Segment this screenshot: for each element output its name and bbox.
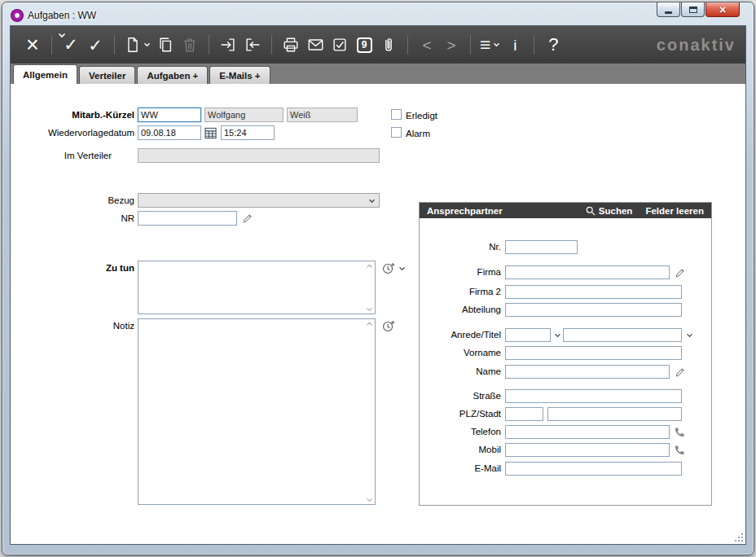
ap-anrede-dropdown-button[interactable] [552, 331, 562, 340]
minimize-button[interactable] [657, 2, 680, 17]
clock-plus-icon [382, 261, 396, 275]
ap-plz-input[interactable] [505, 407, 543, 421]
ap-anrede-input[interactable] [505, 328, 551, 342]
pencil-icon [242, 213, 253, 224]
print-button[interactable] [281, 31, 301, 59]
save-button[interactable]: ✓ [86, 31, 105, 59]
ap-firma2-label: Firma 2 [420, 285, 501, 299]
ap-titel-input[interactable] [563, 328, 682, 342]
tab-allgemein[interactable]: Allgemein [13, 64, 77, 84]
tasks-button[interactable] [330, 31, 349, 59]
duplicate-button[interactable] [156, 31, 175, 59]
ap-mobil-dial-button[interactable] [673, 444, 686, 457]
import-icon [219, 36, 237, 54]
scroll-up-icon[interactable] [366, 264, 373, 269]
zu-tun-options-button[interactable] [397, 265, 407, 273]
app-icon [11, 10, 23, 21]
im-verteiler-label: Im Verteiler [11, 148, 112, 163]
chevron-down-icon [58, 33, 66, 38]
zu-tun-textarea[interactable] [138, 261, 376, 314]
calendar-button[interactable]: 9 [354, 31, 374, 59]
attachment-button[interactable] [379, 31, 398, 59]
erledigt-checkbox[interactable] [391, 109, 402, 120]
calendar-picker-button[interactable] [204, 126, 218, 140]
help-button[interactable]: ? [543, 31, 563, 59]
tab-aufgaben[interactable]: Aufgaben + [137, 66, 208, 84]
new-record-button[interactable] [124, 31, 151, 59]
hamburger-icon: ≡ [480, 36, 490, 55]
toolbar-separator [209, 35, 209, 55]
previous-record-button[interactable]: < [417, 31, 437, 59]
ap-titel-dropdown-button[interactable] [684, 331, 694, 340]
copy-icon [156, 36, 174, 54]
ap-firma-input[interactable] [505, 265, 670, 279]
nine-box-icon: 9 [357, 37, 372, 53]
titlebar[interactable]: Aufgaben : WW × [10, 2, 746, 25]
wiedervorlagedatum-label: Wiedervorlagedatum [11, 125, 134, 140]
info-button[interactable]: i [505, 31, 525, 59]
next-record-button[interactable]: > [442, 31, 461, 59]
pencil-icon [675, 366, 686, 378]
delete-button[interactable] [180, 31, 200, 59]
ap-nr-input[interactable] [505, 240, 578, 254]
tab-verteiler[interactable]: Verteiler [79, 66, 135, 84]
conaktiv-logo: conaktiv [657, 36, 736, 55]
calendar-grid-icon [204, 127, 217, 139]
ap-mobil-label: Mobil [420, 443, 501, 457]
ap-mobil-input[interactable] [505, 443, 670, 457]
mitarb-kuerzel-input[interactable] [138, 107, 201, 122]
ap-stadt-input[interactable] [547, 407, 682, 421]
ap-firma2-input[interactable] [505, 285, 682, 299]
import-button[interactable] [218, 31, 238, 59]
menu-button[interactable]: ≡ [480, 31, 500, 59]
window-title: Aufgaben : WW [28, 10, 96, 21]
ap-name-input[interactable] [505, 365, 670, 379]
ap-nr-label: Nr. [420, 240, 501, 254]
scroll-down-icon[interactable] [366, 498, 373, 502]
ap-abteilung-input[interactable] [505, 303, 682, 317]
chevron-down-icon [368, 199, 376, 204]
export-button[interactable] [243, 31, 262, 59]
nr-input[interactable] [138, 211, 237, 226]
trash-icon [181, 36, 199, 54]
ap-anrede-titel-label: Anrede/Titel [420, 328, 501, 342]
envelope-icon [306, 36, 325, 54]
ap-strasse-input[interactable] [505, 389, 682, 403]
nr-edit-button[interactable] [241, 212, 254, 225]
felder-leeren-button[interactable]: Felder leeren [645, 206, 704, 216]
mitarb-kuerzel-label: Mitarb.-Kürzel [11, 107, 134, 122]
tab-emails[interactable]: E-Mails + [209, 66, 270, 84]
export-icon [244, 36, 262, 54]
ap-email-input[interactable] [505, 462, 682, 476]
notiz-textarea[interactable] [138, 318, 376, 505]
ap-vorname-input[interactable] [505, 346, 682, 360]
notiz-timestamp-button[interactable] [381, 318, 396, 333]
window-controls: × [656, 2, 740, 17]
suchen-button[interactable]: Suchen [586, 206, 633, 216]
toolbar: × ✓ ✓ [11, 26, 745, 64]
ap-firma-edit-button[interactable] [674, 266, 687, 279]
help-icon: ? [548, 36, 558, 54]
ap-telefon-input[interactable] [505, 425, 670, 439]
ap-name-edit-button[interactable] [674, 366, 687, 379]
scroll-up-icon[interactable] [366, 322, 373, 327]
toolbar-separator [51, 35, 52, 55]
maximize-button[interactable] [681, 2, 705, 17]
maximize-icon [689, 7, 697, 13]
alarm-checkbox[interactable] [391, 127, 402, 138]
toolbar-separator [470, 35, 471, 55]
scroll-down-icon[interactable] [366, 307, 373, 312]
mitarbeiter-nachname-field [287, 107, 358, 122]
cancel-button[interactable]: × [23, 31, 42, 59]
close-window-button[interactable]: × [705, 2, 740, 17]
save-options-button[interactable]: ✓ [61, 31, 81, 59]
email-button[interactable] [305, 31, 325, 59]
tab-bar: Allgemein Verteiler Aufgaben + E-Mails + [11, 64, 745, 84]
ap-telefon-dial-button[interactable] [673, 426, 686, 439]
uhrzeit-input[interactable] [221, 125, 275, 140]
bezug-dropdown[interactable] [138, 193, 380, 208]
resize-grip[interactable] [734, 533, 744, 542]
zu-tun-timestamp-button[interactable] [381, 261, 396, 275]
close-icon: × [719, 4, 726, 15]
datum-input[interactable] [138, 125, 201, 140]
